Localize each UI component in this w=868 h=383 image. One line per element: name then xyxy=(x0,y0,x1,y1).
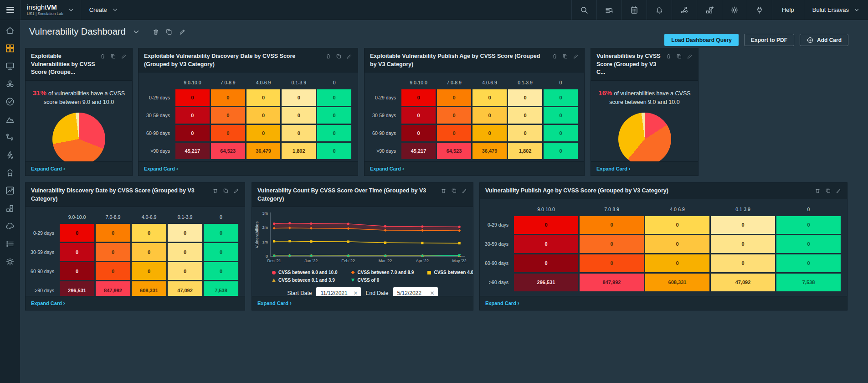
expand-card-link[interactable]: Expand Card› xyxy=(596,166,631,172)
heatmap-cell: 0 xyxy=(211,89,245,106)
sidebar-settings[interactable] xyxy=(5,258,15,268)
card-title: Vulnerability Count By CVSS Score Over T… xyxy=(257,187,437,203)
calendar-button[interactable] xyxy=(621,0,647,20)
pencil-icon[interactable] xyxy=(687,53,693,59)
trash-icon[interactable] xyxy=(815,188,821,194)
legend-label: CVSS between 0.1 and 3.9 xyxy=(278,278,335,283)
legend-item[interactable]: CVSS between 0.1 and 3.9 xyxy=(272,278,338,283)
containers-award-icon xyxy=(5,168,15,180)
heatmap-row-label: 60-90 days xyxy=(367,125,400,141)
clear-start-date-icon[interactable]: ✕ xyxy=(353,290,358,296)
export-to-pdf-button[interactable]: Export to PDF xyxy=(744,34,794,46)
sidebar-vulnerabilities[interactable] xyxy=(5,80,15,90)
search-button[interactable] xyxy=(571,0,596,20)
connections-button[interactable] xyxy=(747,0,772,20)
card-exploitable-discovery-heatmap: Exploitable Vulnerability Discovery Date… xyxy=(138,48,358,176)
heatmap-cell: 0 xyxy=(204,243,238,261)
heatmap-column-header: 0 xyxy=(317,77,351,88)
trash-icon[interactable] xyxy=(666,53,672,59)
pencil-icon[interactable] xyxy=(836,188,842,194)
load-dashboard-query-button[interactable]: Load Dashboard Query xyxy=(664,34,739,46)
copy-icon[interactable] xyxy=(562,53,568,59)
expand-card-link[interactable]: Expand Card› xyxy=(370,166,404,172)
heatmap-cell: 0 xyxy=(401,89,436,106)
heatmap-cell: 0 xyxy=(776,216,841,234)
sidebar-management[interactable] xyxy=(5,204,15,214)
log-search-button[interactable] xyxy=(596,0,621,20)
heatmap-cell: 0 xyxy=(211,107,245,124)
add-widget-button[interactable] xyxy=(697,0,722,20)
notifications-button[interactable] xyxy=(647,0,672,20)
date-range-controls: Start Date 11/12/2021 ✕ End Date 5/12/20… xyxy=(252,283,473,296)
sidebar-home[interactable] xyxy=(5,26,15,36)
trash-icon[interactable] xyxy=(441,188,447,194)
heatmap-cell: 0 xyxy=(401,125,436,141)
sidebar-containers[interactable] xyxy=(5,169,15,179)
start-date-input[interactable]: 11/12/2021 ✕ xyxy=(316,287,361,296)
heatmap-cell: 0 xyxy=(132,224,166,242)
create-label: Create xyxy=(89,6,107,13)
sidebar-remediation[interactable] xyxy=(5,133,15,143)
legend-item[interactable]: CVSS between 4.0 and 6.9 xyxy=(427,270,473,275)
legend-item[interactable]: CVSS of 0 xyxy=(351,278,414,283)
clear-end-date-icon[interactable]: ✕ xyxy=(430,290,434,296)
copy-icon[interactable] xyxy=(451,188,457,194)
copy-icon[interactable] xyxy=(676,53,682,59)
create-menu-button[interactable]: Create xyxy=(81,0,127,20)
heatmap-cell: 47,092 xyxy=(711,274,775,291)
sidebar-automation[interactable] xyxy=(5,151,15,161)
data-point-circle xyxy=(310,223,312,225)
pencil-icon[interactable] xyxy=(233,188,239,194)
copy-icon[interactable] xyxy=(336,53,342,59)
sidebar-assets[interactable] xyxy=(5,62,15,72)
integrations-button[interactable] xyxy=(672,0,697,20)
copy-icon[interactable] xyxy=(825,188,831,194)
expand-card-link[interactable]: Expand Card› xyxy=(485,300,519,306)
brand-switcher[interactable]: insightVM US1 | Simulation Lab xyxy=(20,0,81,20)
trash-icon[interactable] xyxy=(325,53,331,59)
sidebar-cloud[interactable] xyxy=(5,222,15,232)
user-name: Bulut Ersavas xyxy=(812,6,849,13)
heatmap-cell: 0 xyxy=(437,89,471,106)
trash-icon[interactable] xyxy=(212,188,218,194)
triangle-up-marker-icon xyxy=(272,279,276,282)
copy-icon[interactable] xyxy=(223,188,229,194)
delete-dashboard-trash-icon[interactable] xyxy=(152,28,159,36)
heatmap-row-label: 0-29 days xyxy=(28,224,58,242)
duplicate-dashboard-copy-icon[interactable] xyxy=(165,28,173,36)
user-menu-button[interactable]: Bulut Ersavas xyxy=(804,0,868,20)
data-point-square xyxy=(273,240,275,243)
expand-card-link[interactable]: Expand Card› xyxy=(257,300,292,306)
expand-card-link[interactable]: Expand Card› xyxy=(31,166,65,172)
expand-card-link[interactable]: Expand Card› xyxy=(31,300,65,306)
legend-item[interactable]: CVSS between 9.0 and 10.0 xyxy=(272,270,338,275)
sidebar-goals[interactable] xyxy=(5,115,15,125)
trash-icon[interactable] xyxy=(100,53,106,59)
edit-dashboard-pencil-icon[interactable] xyxy=(179,28,186,36)
legend-item[interactable]: CVSS between 7.0 and 8.9 xyxy=(351,270,414,275)
sidebar-logs[interactable] xyxy=(5,240,15,250)
heatmap-row-label: >90 days xyxy=(367,143,400,159)
heatmap-cell: 0 xyxy=(437,125,471,141)
dashboard-picker-chevron-icon[interactable] xyxy=(132,28,140,36)
help-button[interactable]: Help xyxy=(772,0,804,20)
sidebar-policies[interactable] xyxy=(5,98,15,108)
sidebar-reports[interactable] xyxy=(5,186,15,197)
end-date-input[interactable]: 5/12/2022 ✕ xyxy=(393,287,438,296)
settings-button[interactable] xyxy=(722,0,747,20)
pencil-icon[interactable] xyxy=(121,53,127,59)
pencil-icon[interactable] xyxy=(573,53,579,59)
add-card-button[interactable]: Add Card xyxy=(800,34,848,46)
policies-check-circle-icon xyxy=(5,97,15,109)
pencil-icon[interactable] xyxy=(346,53,352,59)
trash-icon[interactable] xyxy=(552,53,558,59)
hamburger-menu-button[interactable] xyxy=(0,0,20,20)
expand-card-link[interactable]: Expand Card› xyxy=(144,166,178,172)
sidebar-dashboards[interactable] xyxy=(5,44,15,54)
heatmap-cell: 0 xyxy=(645,254,709,272)
heatmap-cell: 0 xyxy=(317,89,351,106)
heatmap-cell: 0 xyxy=(204,262,238,280)
copy-icon[interactable] xyxy=(110,53,116,59)
heatmap-cell: 0 xyxy=(473,107,507,124)
pencil-icon[interactable] xyxy=(462,188,467,194)
